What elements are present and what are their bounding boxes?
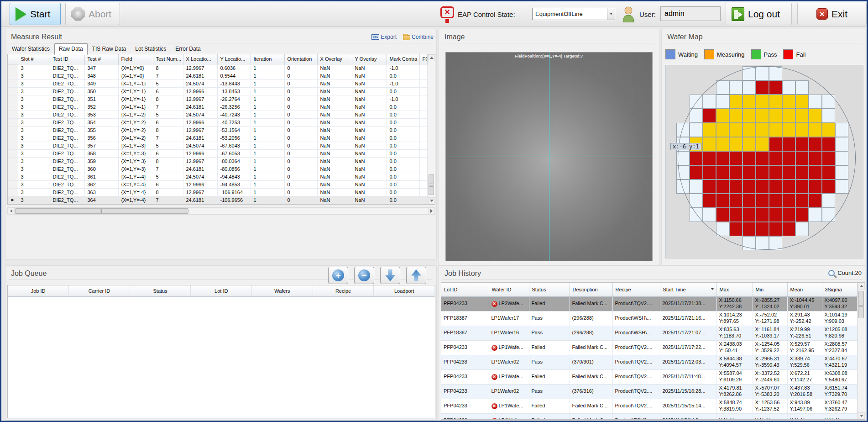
wafer-die-cell[interactable] (756, 165, 769, 179)
wafer-die-cell[interactable] (769, 80, 782, 95)
wafer-die-cell[interactable] (703, 109, 716, 123)
measure-result-tab[interactable]: Error Data (171, 43, 205, 55)
wafer-die-cell[interactable] (835, 151, 848, 165)
wafer-die-cell[interactable] (756, 95, 769, 109)
measure-result-tab[interactable]: Raw Data (54, 43, 88, 55)
wafer-die-cell[interactable] (756, 123, 769, 137)
wafer-die-cell[interactable] (809, 151, 822, 165)
wafer-die-cell[interactable] (743, 194, 756, 208)
wafer-die-cell[interactable] (795, 179, 809, 194)
wafer-die-cell[interactable] (795, 95, 809, 109)
username-field[interactable] (660, 6, 721, 21)
wafer-die-cell[interactable] (729, 137, 743, 151)
wafer-die-cell[interactable] (729, 80, 743, 95)
wafer-die-cell[interactable] (703, 179, 716, 194)
job-history-column-header[interactable]: Start Time (660, 283, 716, 296)
job-queue-column-header[interactable]: Recipe (313, 285, 374, 296)
wafer-die-cell[interactable] (822, 151, 835, 165)
raw-data-row[interactable]: 3 DIE2_TQ... 349 {X=1,Y=-1} 5 24.5074 -1… (8, 79, 428, 87)
measure-result-tab[interactable]: Lot Statistics (131, 43, 171, 55)
wafer-die-cell[interactable] (782, 137, 795, 151)
wafer-die-cell[interactable] (809, 95, 822, 109)
job-queue-column-header[interactable]: Carrier ID (69, 285, 130, 296)
eap-state-select[interactable]: EquipmentOffLine ▾ (532, 8, 615, 20)
move-job-down-button[interactable] (380, 267, 400, 284)
wafer-die-cell[interactable] (729, 222, 743, 236)
wafer-die-cell[interactable] (822, 137, 835, 151)
wafer-die-cell[interactable] (743, 137, 756, 151)
wafer-die-cell[interactable] (729, 109, 743, 123)
job-history-column-header[interactable]: Min (753, 283, 787, 296)
add-job-button[interactable]: + (328, 267, 348, 284)
wafer-die-cell[interactable] (795, 123, 809, 137)
wafer-die-cell[interactable] (782, 123, 795, 137)
job-history-row[interactable]: PFP18387 ✕LP1Wafer17 Pass (296/288) Prod… (441, 311, 858, 326)
wafer-die-cell[interactable] (782, 208, 795, 222)
wafer-die-cell[interactable] (822, 165, 835, 179)
wafer-die-cell[interactable] (690, 194, 703, 208)
wafer-die-cell[interactable] (795, 80, 809, 95)
wafer-die-cell[interactable] (703, 208, 716, 222)
wafer-die-cell[interactable] (676, 151, 690, 165)
measure-result-tab[interactable]: Wafer Statistics (7, 43, 54, 55)
wafer-die-cell[interactable] (769, 151, 782, 165)
raw-data-column-header[interactable]: Orientation (284, 54, 317, 64)
wafer-die-cell[interactable] (690, 179, 703, 194)
raw-data-row[interactable]: 3 DIE2_TQ... 351 {X=1,Y=-1} 8 12.9967 -2… (8, 95, 428, 103)
camera-image[interactable]: FieldPosition:(X=1,Y=-4) TargetId:7 (445, 52, 653, 261)
wafer-die-cell[interactable] (716, 194, 729, 208)
wafer-die-cell[interactable] (809, 109, 822, 123)
dropdown-arrow-icon[interactable]: ▾ (607, 8, 615, 20)
wafer-die-cell[interactable] (782, 179, 795, 194)
wafer-die-cell[interactable] (782, 222, 795, 236)
wafer-die-cell[interactable] (795, 165, 809, 179)
wafer-die-cell[interactable] (690, 151, 703, 165)
scroll-down-button[interactable] (858, 412, 865, 419)
raw-data-horizontal-scrollbar[interactable] (7, 207, 435, 215)
job-history-column-header[interactable]: Lot ID (441, 283, 489, 296)
wafer-die-cell[interactable] (809, 165, 822, 179)
job-history-row[interactable]: PFP04233 ✕LP1Wafe... Failed Failed Mark … (441, 340, 858, 355)
wafer-die-cell[interactable] (769, 208, 782, 222)
wafer-die-cell[interactable] (795, 194, 809, 208)
job-history-column-header[interactable]: Wafer ID (489, 283, 529, 296)
wafer-die-cell[interactable] (809, 179, 822, 194)
job-history-row[interactable]: PFP04233 ✕LP1Wafe... Failed Failed Mark … (441, 413, 858, 420)
scroll-thumb[interactable] (15, 208, 188, 214)
wafer-die-cell[interactable] (756, 151, 769, 165)
wafer-die-cell[interactable] (769, 95, 782, 109)
scroll-up-button[interactable] (428, 54, 435, 61)
job-history-row[interactable]: PFP04233 ✕LP2Wafe... Failed Failed Mark … (441, 296, 858, 311)
wafer-die-cell[interactable] (676, 165, 690, 179)
raw-data-column-header[interactable]: Test # (84, 54, 118, 64)
job-history-column-header[interactable]: Mean (787, 283, 822, 296)
wafer-die-cell[interactable] (822, 123, 835, 137)
job-queue-column-header[interactable]: Loadport (374, 285, 435, 296)
wafer-die-cell[interactable] (795, 109, 809, 123)
raw-data-column-header[interactable]: Field (118, 54, 153, 64)
scroll-up-button[interactable] (858, 283, 865, 290)
raw-data-vertical-scrollbar[interactable] (428, 54, 435, 204)
raw-data-column-header[interactable]: Mark Contra (387, 54, 419, 64)
raw-data-row[interactable]: 3 DIE2_TQ... 354 {X=1,Y=-2} 6 12.9966 -4… (8, 118, 428, 126)
raw-data-row[interactable]: 3 DIE2_TQ... 348 {X=1,Y=0} 7 24.6181 0.5… (8, 72, 428, 79)
wafer-die-cell[interactable] (716, 123, 729, 137)
raw-data-row[interactable]: 3 DIE2_TQ... 355 {X=1,Y=-2} 8 12.9967 -5… (8, 126, 428, 134)
wafer-die-cell[interactable] (690, 165, 703, 179)
combine-link[interactable]: Combine (403, 34, 434, 40)
raw-data-column-header[interactable]: Slot # (18, 54, 50, 64)
raw-data-row[interactable]: 3 DIE2_TQ... 357 {X=1,Y=-3} 5 24.5074 -6… (8, 142, 428, 149)
wafer-die-cell[interactable] (782, 194, 795, 208)
wafer-die-cell[interactable] (795, 208, 809, 222)
job-history-row[interactable]: PFP04233 ✕LP1Wafe... Failed Failed Mark … (441, 369, 858, 384)
raw-data-row[interactable]: 3 DIE2_TQ... 359 {X=1,Y=-3} 8 12.9967 -8… (8, 157, 428, 165)
job-history-column-header[interactable]: Status (529, 283, 570, 296)
wafer-die-cell[interactable] (756, 236, 769, 250)
raw-data-column-header[interactable]: Y Locatio... (217, 54, 251, 64)
wafer-die-cell[interactable] (835, 179, 848, 194)
wafer-die-cell[interactable] (703, 137, 716, 151)
wafer-die-cell[interactable] (743, 109, 756, 123)
wafer-die-cell[interactable] (795, 137, 809, 151)
job-history-row[interactable]: PFP04233 ✕LP1Wafer02 Pass (376/316) Prod… (441, 384, 858, 399)
raw-data-column-header[interactable]: X Locatio... (183, 54, 217, 64)
